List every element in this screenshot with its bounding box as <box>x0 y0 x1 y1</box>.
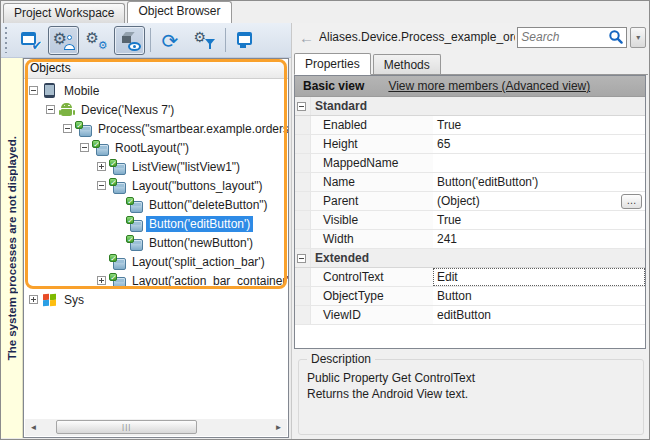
collapse-icon[interactable] <box>297 102 306 111</box>
property-name: ControlText <box>311 268 433 286</box>
scrollbar-thumb[interactable]: ||| <box>56 420 197 434</box>
tree-node[interactable]: Mobile <box>24 81 288 100</box>
search-dropdown-button[interactable]: ▾ <box>630 27 646 48</box>
main-area: ✔⚙⚙⚙⟳⚙ The system processes are not disp… <box>1 23 650 440</box>
tree-node[interactable]: ✓Layout('action_bar_container') <box>24 271 288 290</box>
property-value[interactable]: Button <box>433 287 645 305</box>
property-row[interactable]: ObjectTypeButton <box>295 287 645 306</box>
member-tabs: Properties Methods <box>294 53 648 75</box>
app-icon: ✓ <box>92 140 109 156</box>
tree-node[interactable]: ✓Button('newButton') <box>24 233 288 252</box>
system-processes-note: The system processes are not displayed. <box>1 58 23 438</box>
tree-node[interactable]: ✓Layout("buttons_layout") <box>24 176 288 195</box>
property-row[interactable]: ControlTextEdit <box>295 268 645 287</box>
property-row[interactable]: Width241 <box>295 230 645 249</box>
section-name: Extended <box>311 251 369 265</box>
app-icon: ✓ <box>126 216 143 232</box>
property-row[interactable]: MappedName <box>295 154 645 173</box>
tree-node[interactable]: Device('Nexus 7') <box>24 100 288 119</box>
scrollbar-track[interactable]: ||| <box>42 419 270 436</box>
advanced-view-link[interactable]: View more members (Advanced view) <box>388 79 590 93</box>
description-line: Public Property Get ControlText <box>307 370 635 386</box>
tab-project-workspace[interactable]: Project Workspace <box>3 3 125 23</box>
property-section[interactable]: Standard <box>295 97 645 116</box>
tab-properties[interactable]: Properties <box>294 53 371 75</box>
filter-settings-button[interactable]: ⚙ <box>189 26 220 55</box>
expand-icon[interactable] <box>97 162 106 171</box>
property-rows: StandardEnabledTrueHeight65MappedNameNam… <box>295 97 645 325</box>
search-box <box>517 27 627 48</box>
app-icon: ✓ <box>126 197 143 213</box>
tree-node[interactable]: ✓Layout('split_action_bar') <box>24 252 288 271</box>
property-value[interactable]: 241 <box>433 230 645 248</box>
collapse-icon[interactable] <box>63 124 72 133</box>
property-value[interactable]: Edit <box>433 268 645 286</box>
phone-icon <box>41 83 58 99</box>
breadcrumb: Aliases.Device.Process_example_order, <box>319 30 515 44</box>
property-row[interactable]: Height65 <box>295 135 645 154</box>
highlight-object-button[interactable]: ✔ <box>15 26 46 55</box>
tree-node-label: Button("deleteButton") <box>146 197 271 213</box>
row-gutter <box>295 135 311 153</box>
app-icon: ✓ <box>126 235 143 251</box>
collapse-icon[interactable] <box>29 86 38 95</box>
collapse-icon[interactable] <box>297 254 306 263</box>
property-value[interactable] <box>433 154 645 172</box>
property-value[interactable]: Button('editButton') <box>433 173 645 191</box>
property-value[interactable]: 65 <box>433 135 645 153</box>
left-body: The system processes are not displayed. … <box>1 58 291 438</box>
panel-layout-button[interactable] <box>231 26 262 55</box>
refresh-button[interactable]: ⟳ <box>156 26 187 55</box>
property-name: Height <box>311 135 433 153</box>
ellipsis-button[interactable]: … <box>621 194 642 209</box>
collapse-icon[interactable] <box>80 143 89 152</box>
expand-icon[interactable] <box>29 295 38 304</box>
collapse-icon[interactable] <box>97 181 106 190</box>
collapse-icon[interactable] <box>46 105 55 114</box>
scroll-right-button[interactable]: ► <box>270 419 287 436</box>
tree-node[interactable]: ✓Button("deleteButton") <box>24 195 288 214</box>
show-process-objects-button[interactable]: ⚙ <box>48 26 79 55</box>
property-name: MappedName <box>311 154 433 172</box>
settings-button[interactable]: ⚙⚙ <box>81 26 112 55</box>
property-row[interactable]: EnabledTrue <box>295 116 645 135</box>
section-gutter <box>295 97 311 115</box>
tab-methods[interactable]: Methods <box>373 54 441 74</box>
property-value[interactable]: True <box>433 116 645 134</box>
scroll-left-button[interactable]: ◄ <box>25 419 42 436</box>
property-value[interactable]: editButton <box>433 306 645 324</box>
property-row[interactable]: NameButton('editButton') <box>295 173 645 192</box>
search-input[interactable] <box>518 29 608 46</box>
tree-node[interactable]: ✓RootLayout('') <box>24 138 288 157</box>
back-arrow-icon[interactable]: ← <box>299 30 314 45</box>
row-gutter <box>295 230 311 248</box>
tree-node-label: Layout('split_action_bar') <box>129 254 268 270</box>
tree-node[interactable]: ✓Process("smartbear.example.orders") <box>24 119 288 138</box>
row-gutter <box>295 173 311 191</box>
property-name: Enabled <box>311 116 433 134</box>
property-section[interactable]: Extended <box>295 249 645 268</box>
tree-node[interactable]: Sys <box>24 290 288 309</box>
expand-icon[interactable] <box>97 276 106 285</box>
property-row[interactable]: ViewIDeditButton <box>295 306 645 325</box>
document-tabbar: Project Workspace Object Browser <box>1 1 650 23</box>
description-line: Returns the Android View text. <box>307 386 635 402</box>
refresh-icon: ⟳ <box>161 30 183 51</box>
row-gutter <box>295 116 311 134</box>
tree-node[interactable]: ✓Button('editButton') <box>24 214 288 233</box>
tree-node[interactable]: ✓ListView("listView1") <box>24 157 288 176</box>
property-row[interactable]: VisibleTrue <box>295 211 645 230</box>
show-objects-view-button[interactable] <box>114 26 145 55</box>
tab-object-browser[interactable]: Object Browser <box>127 1 231 23</box>
toolbar-grip[interactable] <box>4 27 9 53</box>
property-row[interactable]: Parent(Object)… <box>295 192 645 211</box>
property-value[interactable]: (Object)… <box>433 192 645 210</box>
objects-tree-panel: Objects MobileDevice('Nexus 7')✓Process(… <box>23 58 289 438</box>
objects-tree: MobileDevice('Nexus 7')✓Process("smartbe… <box>24 80 288 419</box>
tree-node-label: Sys <box>61 292 87 308</box>
window-panel-icon <box>236 30 258 51</box>
tree-node-label: Button('editButton') <box>146 216 253 232</box>
property-value[interactable]: True <box>433 211 645 229</box>
row-gutter <box>295 268 311 286</box>
tree-node-label: RootLayout('') <box>112 140 192 156</box>
